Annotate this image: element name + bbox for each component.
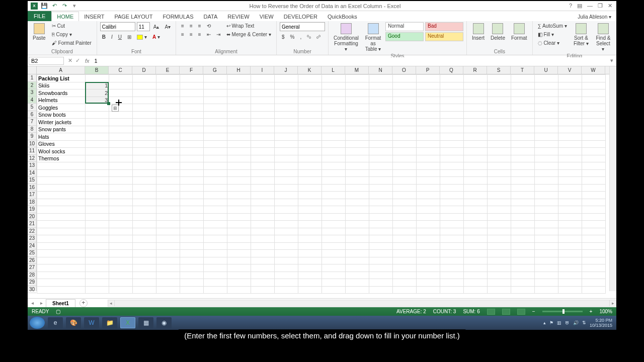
cell-I2[interactable]	[251, 82, 275, 89]
cell-E21[interactable]	[156, 221, 180, 228]
cell-H22[interactable]	[227, 228, 251, 235]
cell-K9[interactable]	[298, 133, 322, 141]
cell-I17[interactable]	[251, 192, 275, 199]
cell-O26[interactable]	[393, 257, 417, 264]
cell-G9[interactable]	[204, 133, 227, 141]
cell-W16[interactable]	[582, 184, 606, 192]
cell-Q1[interactable]	[440, 75, 464, 82]
cell-F18[interactable]	[180, 199, 204, 206]
cell-P19[interactable]	[417, 206, 440, 214]
cell-Q29[interactable]	[440, 279, 464, 287]
cell-U30[interactable]	[535, 286, 558, 294]
zoom-slider[interactable]	[542, 311, 583, 312]
col-header-V[interactable]: V	[558, 66, 582, 74]
cell-W29[interactable]	[582, 279, 606, 287]
cell-A7[interactable]: Winter jackets	[37, 119, 86, 126]
cell-L9[interactable]	[322, 133, 346, 141]
align-center-button[interactable]: ≡	[188, 31, 195, 38]
row-header-26[interactable]: 26	[28, 257, 36, 264]
cell-P6[interactable]	[417, 111, 440, 119]
taskbar-ie-icon[interactable]: e	[48, 317, 63, 328]
cell-C22[interactable]	[109, 228, 133, 235]
cell-W22[interactable]	[582, 228, 606, 235]
cell-E15[interactable]	[156, 177, 180, 185]
cell-D5[interactable]	[133, 104, 156, 112]
cell-F17[interactable]	[180, 192, 204, 199]
cell-C17[interactable]	[109, 192, 133, 199]
cell-B17[interactable]	[86, 192, 109, 199]
cell-C26[interactable]	[109, 257, 133, 264]
cell-W7[interactable]	[582, 119, 606, 126]
cell-N5[interactable]	[369, 104, 393, 112]
row-header-15[interactable]: 15	[28, 176, 36, 184]
tab-data[interactable]: DATA	[199, 12, 223, 21]
name-box[interactable]	[29, 57, 64, 65]
cell-K13[interactable]	[298, 162, 322, 170]
cell-M17[interactable]	[346, 192, 369, 199]
cell-K6[interactable]	[298, 111, 322, 119]
cell-G18[interactable]	[204, 199, 227, 206]
sheet-nav-first[interactable]: ◂	[28, 300, 37, 306]
tab-formulas[interactable]: FORMULAS	[157, 12, 198, 21]
row-header-17[interactable]: 17	[28, 191, 36, 199]
cell-H9[interactable]	[227, 133, 251, 141]
zoom-level[interactable]: 100%	[599, 309, 612, 314]
cell-F3[interactable]	[180, 89, 204, 97]
cell-B29[interactable]	[86, 279, 109, 287]
cell-T17[interactable]	[511, 192, 535, 199]
cell-T18[interactable]	[511, 199, 535, 206]
cell-V3[interactable]	[558, 89, 582, 97]
cell-W27[interactable]	[582, 264, 606, 272]
cell-K18[interactable]	[298, 199, 322, 206]
format-cells-button[interactable]: Format	[509, 22, 529, 42]
cell-V9[interactable]	[558, 133, 582, 141]
cell-B12[interactable]	[86, 155, 109, 162]
cell-K17[interactable]	[298, 192, 322, 199]
cell-G7[interactable]	[204, 119, 227, 126]
cell-C6[interactable]	[109, 111, 133, 119]
align-top-button[interactable]: ≡	[179, 22, 186, 30]
cell-Q28[interactable]	[440, 272, 464, 279]
cell-L13[interactable]	[322, 162, 346, 170]
align-left-button[interactable]: ≡	[179, 31, 186, 38]
cell-D30[interactable]	[133, 286, 156, 294]
cell-S10[interactable]	[488, 140, 511, 148]
fx-icon[interactable]: fx	[83, 58, 92, 64]
cell-N19[interactable]	[369, 206, 393, 214]
cell-A10[interactable]: Gloves	[37, 140, 86, 148]
cell-W26[interactable]	[582, 257, 606, 264]
cell-J18[interactable]	[275, 199, 298, 206]
align-bottom-button[interactable]: ≡	[196, 22, 203, 30]
cancel-formula-icon[interactable]: ✕	[68, 57, 72, 64]
cell-W17[interactable]	[582, 192, 606, 199]
cell-W20[interactable]	[582, 213, 606, 221]
cell-I29[interactable]	[251, 279, 275, 287]
cell-H17[interactable]	[227, 192, 251, 199]
cell-J24[interactable]	[275, 242, 298, 250]
row-header-11[interactable]: 11	[28, 147, 36, 155]
cell-I25[interactable]	[251, 250, 275, 257]
cell-I9[interactable]	[251, 133, 275, 141]
cell-C23[interactable]	[109, 235, 133, 243]
cell-L3[interactable]	[322, 89, 346, 97]
cell-U18[interactable]	[535, 199, 558, 206]
cell-Q13[interactable]	[440, 162, 464, 170]
cell-K2[interactable]	[298, 82, 322, 89]
tab-home[interactable]: HOME	[51, 12, 79, 21]
cell-F20[interactable]	[180, 213, 204, 221]
cell-J22[interactable]	[275, 228, 298, 235]
row-header-23[interactable]: 23	[28, 235, 36, 242]
cell-V18[interactable]	[558, 199, 582, 206]
cell-T8[interactable]	[511, 126, 535, 133]
cell-B8[interactable]	[86, 126, 109, 133]
cell-N28[interactable]	[369, 272, 393, 279]
cell-W30[interactable]	[582, 286, 606, 294]
cell-W13[interactable]	[582, 162, 606, 170]
cell-V25[interactable]	[558, 250, 582, 257]
cell-R8[interactable]	[464, 126, 488, 133]
cell-W2[interactable]	[582, 82, 606, 89]
cell-G17[interactable]	[204, 192, 227, 199]
cell-D1[interactable]	[133, 75, 156, 82]
cell-V4[interactable]	[558, 97, 582, 104]
cell-G20[interactable]	[204, 213, 227, 221]
